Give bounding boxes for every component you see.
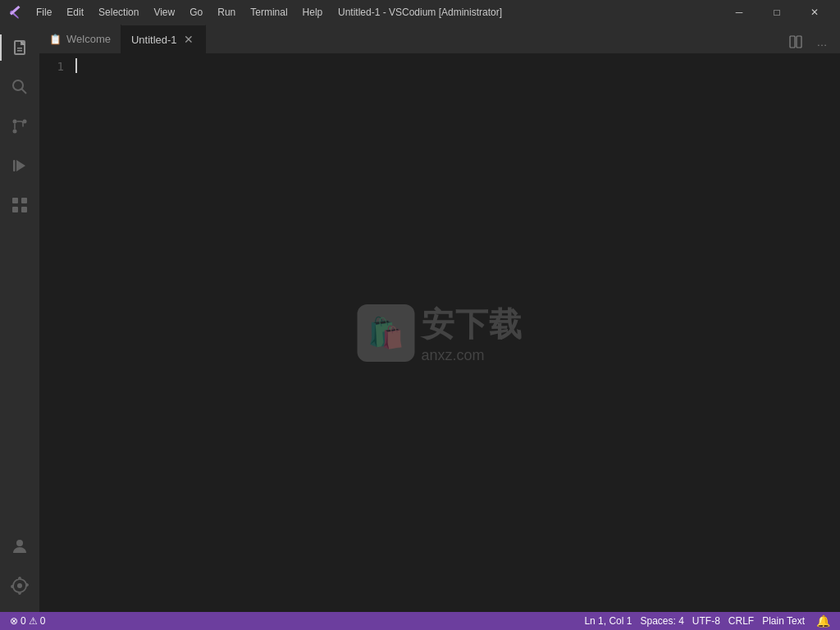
maximize-button[interactable]: □	[758, 0, 796, 25]
svg-point-2	[13, 80, 23, 90]
menu-edit[interactable]: Edit	[60, 3, 90, 21]
editor-area: 📋 Welcome Untitled-1 ✕ … 1	[39, 25, 840, 612]
svg-point-14	[17, 583, 22, 588]
tab-close-button[interactable]: ✕	[182, 33, 195, 46]
svg-point-13	[16, 540, 23, 546]
editor-content[interactable]: 1 🛍️ 安下载 anxz.com	[39, 53, 840, 612]
svg-rect-11	[12, 207, 18, 212]
status-line-ending[interactable]: CRLF	[725, 612, 757, 630]
svg-rect-10	[21, 198, 27, 203]
menu-run[interactable]: Run	[211, 3, 242, 21]
menu-file[interactable]: File	[30, 3, 58, 21]
minimize-button[interactable]: ─	[720, 0, 758, 25]
menu-terminal[interactable]: Terminal	[244, 3, 294, 21]
activity-search[interactable]	[0, 67, 39, 107]
text-cursor	[75, 58, 77, 73]
status-spaces[interactable]: Spaces: 4	[637, 612, 687, 630]
welcome-tab-label: Welcome	[66, 33, 111, 45]
status-left: ⊗ 0 ⚠ 0	[7, 612, 48, 630]
svg-point-4	[13, 120, 17, 124]
title-bar-left: File Edit Selection View Go Run Terminal…	[7, 3, 329, 21]
line-ending-text: CRLF	[728, 615, 754, 627]
activity-bar	[0, 25, 39, 612]
warning-count: 0	[40, 615, 46, 627]
close-button[interactable]: ✕	[796, 0, 833, 25]
more-actions-button[interactable]: …	[810, 30, 833, 53]
line-numbers: 1	[39, 53, 72, 612]
svg-rect-15	[790, 36, 795, 48]
status-right: Ln 1, Col 1 Spaces: 4 UTF-8 CRLF Plain T…	[581, 612, 833, 630]
tab-untitled[interactable]: Untitled-1 ✕	[121, 25, 206, 53]
bell-icon: 🔔	[816, 614, 830, 628]
app-icon	[7, 4, 23, 21]
spaces-text: Spaces: 4	[640, 615, 683, 627]
window-controls: ─ □ ✕	[720, 0, 833, 25]
encoding-text: UTF-8	[692, 615, 720, 627]
error-icon: ⊗	[10, 615, 18, 627]
svg-point-6	[13, 130, 17, 134]
language-text: Plain Text	[762, 615, 805, 627]
activity-source-control[interactable]	[0, 107, 39, 146]
svg-rect-8	[13, 160, 16, 171]
tab-bar: 📋 Welcome Untitled-1 ✕ …	[39, 25, 840, 53]
status-bar: ⊗ 0 ⚠ 0 Ln 1, Col 1 Spaces: 4 UTF-8 CRLF…	[0, 612, 840, 630]
activity-extensions[interactable]	[0, 185, 39, 225]
cursor-line	[75, 58, 840, 73]
tab-welcome[interactable]: 📋 Welcome	[39, 25, 121, 53]
position-text: Ln 1, Col 1	[584, 615, 632, 627]
menu-help[interactable]: Help	[296, 3, 330, 21]
status-language[interactable]: Plain Text	[759, 612, 808, 630]
status-notifications[interactable]: 🔔	[810, 612, 833, 630]
error-count: 0	[21, 615, 26, 627]
title-bar: File Edit Selection View Go Run Terminal…	[0, 0, 840, 25]
split-editor-button[interactable]	[784, 30, 807, 53]
line-number-1: 1	[39, 58, 64, 75]
activity-settings[interactable]	[0, 566, 39, 605]
warning-icon: ⚠	[29, 615, 38, 627]
svg-marker-7	[16, 160, 25, 171]
tab-actions: …	[784, 30, 840, 53]
main-area: 📋 Welcome Untitled-1 ✕ … 1	[0, 25, 840, 612]
activity-account[interactable]	[0, 527, 39, 566]
svg-rect-0	[17, 48, 22, 49]
svg-line-3	[22, 89, 27, 94]
svg-rect-9	[12, 198, 18, 203]
welcome-tab-icon: 📋	[49, 34, 62, 45]
menu-view[interactable]: View	[147, 3, 181, 21]
activity-files[interactable]	[0, 28, 39, 67]
status-encoding[interactable]: UTF-8	[689, 612, 724, 630]
menu-selection[interactable]: Selection	[92, 3, 145, 21]
menu-go[interactable]: Go	[183, 3, 209, 21]
activity-run[interactable]	[0, 146, 39, 185]
status-position[interactable]: Ln 1, Col 1	[581, 612, 635, 630]
activity-bar-bottom	[0, 527, 39, 612]
editor-text-area[interactable]	[72, 53, 840, 612]
svg-rect-1	[17, 50, 22, 52]
status-errors[interactable]: ⊗ 0 ⚠ 0	[7, 612, 48, 630]
untitled-tab-label: Untitled-1	[131, 34, 177, 46]
svg-rect-16	[797, 36, 801, 48]
svg-rect-12	[21, 207, 27, 212]
window-title: Untitled-1 - VSCodium [Administrator]	[338, 7, 502, 18]
